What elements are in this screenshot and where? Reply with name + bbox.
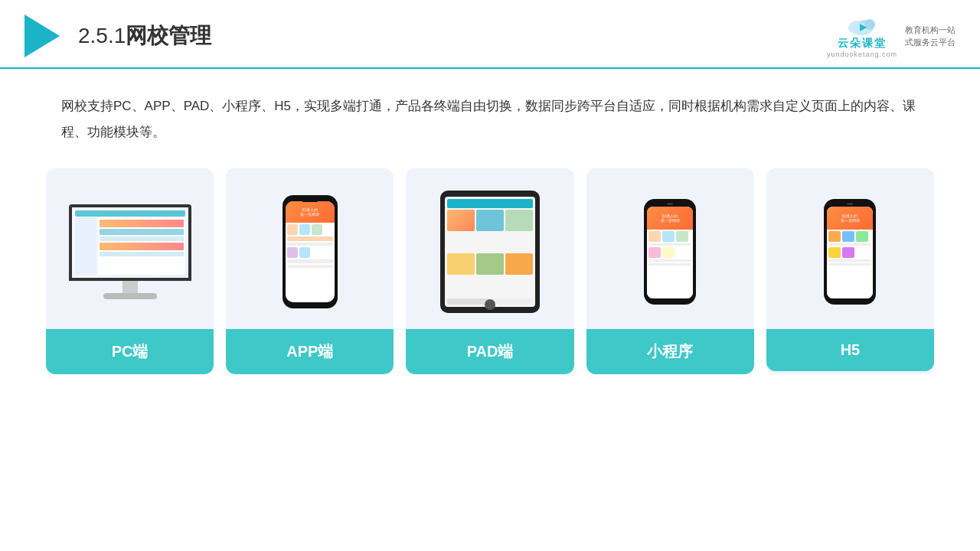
card-miniprogram-label: 小程序 <box>586 329 754 374</box>
mini-phone-mockup-2: 职通人的第一堂网课 <box>824 199 876 305</box>
mini-phone-top-2: 职通人的第一堂网课 <box>827 207 873 230</box>
logo-brand: 云朵课堂 <box>838 37 887 51</box>
phone-mockup-app: 职通人的第一堂网课 <box>283 195 338 308</box>
mini-phone-screen-1: 职通人的第一堂网课 <box>647 207 693 298</box>
cards-container: PC端 职通人的第一堂网课 <box>0 161 980 390</box>
card-miniprogram-image: 职通人的第一堂网课 <box>586 168 754 329</box>
card-h5: 职通人的第一堂网课 <box>766 168 934 374</box>
mini-phone-body <box>647 230 693 298</box>
card-app-image: 职通人的第一堂网课 <box>226 168 394 329</box>
card-pad: PAD端 <box>406 168 573 374</box>
phone-screen: 职通人的第一堂网课 <box>286 201 335 302</box>
card-app-label: APP端 <box>226 329 394 374</box>
card-pad-label: PAD端 <box>406 329 573 374</box>
card-h5-image: 职通人的第一堂网课 <box>766 168 934 329</box>
phone-body <box>286 223 335 269</box>
tablet-screen <box>445 197 535 307</box>
card-pad-image <box>406 168 573 329</box>
tablet-home-btn <box>485 299 495 310</box>
mini-phone-top: 职通人的第一堂网课 <box>647 207 693 230</box>
mini-phone-mockup-1: 职通人的第一堂网课 <box>644 199 696 305</box>
card-pc-image <box>46 168 214 329</box>
tablet-mockup <box>440 191 540 313</box>
card-miniprogram: 职通人的第一堂网课 <box>586 168 754 374</box>
logo-slogan: 教育机构一站 式服务云平台 <box>905 24 956 49</box>
phone-header: 职通人的第一堂网课 <box>286 201 335 223</box>
header-left: 2.5.1网校管理 <box>24 15 211 57</box>
mini-phone-body-2 <box>827 230 873 298</box>
page-title: 2.5.1网校管理 <box>78 21 211 51</box>
card-app: 职通人的第一堂网课 <box>226 168 394 374</box>
mini-phone-screen-2: 职通人的第一堂网课 <box>827 207 873 298</box>
card-h5-label: H5 <box>766 329 934 371</box>
logo-icon <box>845 14 879 37</box>
play-icon <box>24 15 60 57</box>
header: 2.5.1网校管理 云朵课堂 yunduoketang.com 教育机构一站 式… <box>0 0 980 69</box>
monitor-screen <box>69 204 191 281</box>
card-pc-label: PC端 <box>46 329 214 374</box>
pc-monitor <box>69 204 191 299</box>
logo-cloud: 云朵课堂 yunduoketang.com <box>827 14 897 58</box>
svg-point-3 <box>864 19 875 30</box>
logo-area: 云朵课堂 yunduoketang.com 教育机构一站 式服务云平台 <box>827 14 956 58</box>
logo-url: yunduoketang.com <box>827 51 897 58</box>
mini-phone-camera-2 <box>847 203 853 205</box>
mini-phone-camera <box>667 203 673 205</box>
phone-notch <box>302 197 318 202</box>
description-text: 网校支持PC、APP、PAD、小程序、H5，实现多端打通，产品各终端自由切换，数… <box>0 69 980 161</box>
card-pc: PC端 <box>46 168 214 374</box>
